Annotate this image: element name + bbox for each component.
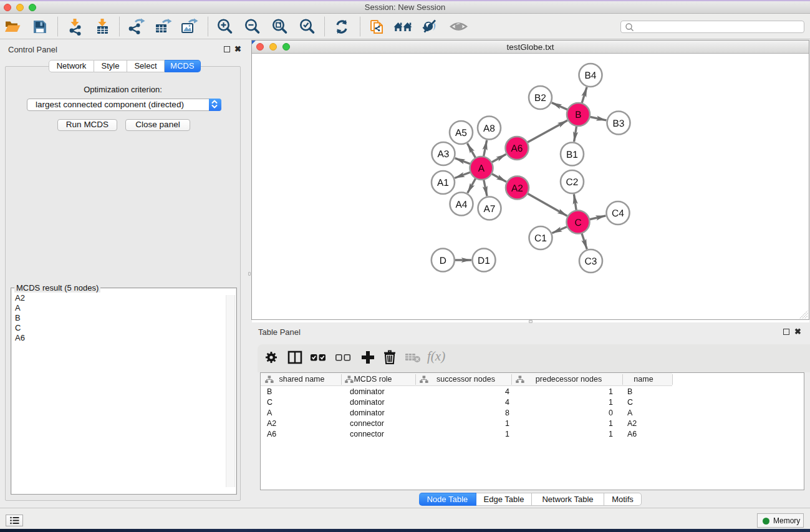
svg-text:A7: A7: [484, 204, 496, 215]
svg-text:C: C: [574, 218, 581, 228]
svg-text:D1: D1: [478, 256, 490, 266]
svg-text:A6: A6: [511, 143, 523, 154]
svg-text:C4: C4: [612, 208, 624, 219]
svg-text:B4: B4: [585, 70, 597, 81]
svg-text:A3: A3: [438, 149, 450, 160]
svg-text:C3: C3: [585, 256, 597, 267]
svg-text:B2: B2: [534, 93, 546, 104]
svg-text:A2: A2: [511, 183, 523, 194]
svg-text:A5: A5: [455, 128, 467, 138]
svg-text:B1: B1: [566, 150, 578, 160]
svg-text:A: A: [478, 163, 485, 174]
svg-text:A4: A4: [456, 200, 468, 210]
svg-text:C1: C1: [534, 233, 547, 244]
svg-text:D: D: [440, 256, 446, 266]
svg-text:C2: C2: [566, 177, 579, 188]
svg-text:B: B: [575, 110, 581, 120]
svg-text:A1: A1: [437, 178, 449, 188]
svg-text:B3: B3: [613, 118, 625, 129]
svg-text:A8: A8: [483, 123, 495, 134]
